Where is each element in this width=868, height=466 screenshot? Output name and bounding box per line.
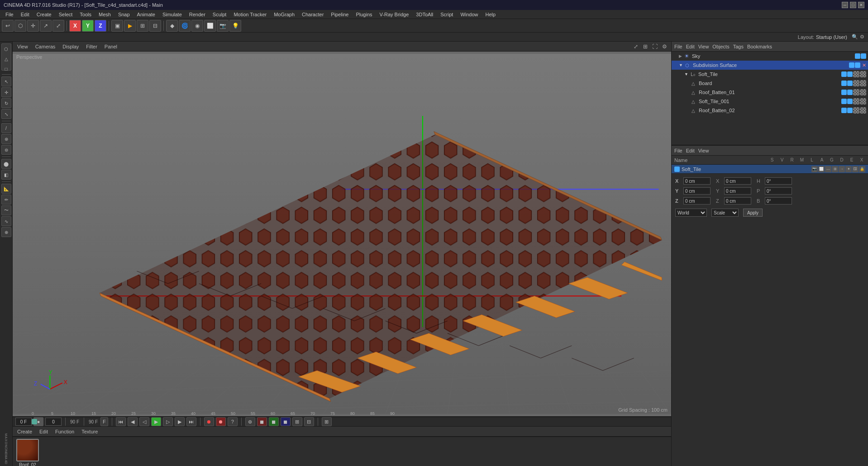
play-forward-button[interactable]: ▷	[163, 417, 173, 426]
coord-y-rot[interactable]	[724, 187, 751, 195]
obj-edit[interactable]: Edit	[686, 44, 695, 49]
step-forward-button[interactable]: ▶	[175, 417, 185, 426]
scene-arrow-subdiv[interactable]: ▼	[679, 63, 683, 67]
light-tool[interactable]: 💡	[229, 20, 241, 32]
menu-character[interactable]: Character	[298, 11, 327, 18]
menu-script[interactable]: Script	[437, 11, 457, 18]
paint-tool[interactable]: ⬤	[1, 159, 11, 169]
timeline-start-marker[interactable]	[32, 419, 37, 424]
spline-tool[interactable]: 🌀	[179, 20, 191, 32]
undo-button[interactable]: ↩	[2, 20, 14, 32]
vp-zoom-icon[interactable]: ⊞	[641, 43, 649, 51]
scale-tool-left[interactable]: ⤡	[1, 109, 11, 119]
attr-file[interactable]: File	[674, 148, 682, 153]
scene-item-soft-tile[interactable]: ▼ L₀ Soft_Tile	[672, 70, 868, 79]
apply-button[interactable]: Apply	[743, 209, 763, 217]
move-tool[interactable]: ↗	[40, 20, 52, 32]
x-axis-button[interactable]: X	[69, 20, 81, 32]
magnet-tool[interactable]: ⊛	[1, 134, 11, 144]
mode-model[interactable]: ⬡	[14, 20, 26, 32]
mat-create[interactable]: Create	[15, 428, 34, 435]
menu-render[interactable]: Render	[186, 11, 209, 18]
nurbs-tool[interactable]: ◉	[191, 20, 203, 32]
y-axis-button[interactable]: Y	[82, 20, 94, 32]
sculpt-tool[interactable]: ⊜	[1, 145, 11, 155]
menu-sculpt[interactable]: Sculpt	[209, 11, 230, 18]
obj-objects[interactable]: Objects	[712, 44, 729, 49]
play-back-button[interactable]: ◁	[139, 417, 149, 426]
move-tool-left[interactable]: ✛	[1, 87, 11, 97]
minimize-button[interactable]: ─	[842, 2, 848, 8]
obj-bookmarks[interactable]: Bookmarks	[747, 44, 772, 49]
vp-settings-icon[interactable]: ⚙	[660, 43, 668, 51]
points-mode[interactable]: ⬡	[1, 44, 11, 54]
coord-system-select[interactable]: World Object Global	[675, 209, 707, 217]
knife-tool[interactable]: /	[1, 123, 11, 133]
menu-mesh[interactable]: Mesh	[95, 11, 114, 18]
pen-tool[interactable]: ✏	[1, 195, 11, 204]
menu-edit[interactable]: Edit	[17, 11, 33, 18]
subdiv-close-icon[interactable]: ✕	[862, 62, 866, 68]
render-active-view[interactable]: ▶	[124, 20, 136, 32]
mat-texture[interactable]: Texture	[80, 428, 100, 435]
menu-plugins[interactable]: Plugins	[352, 11, 376, 18]
scene-item-subdivision[interactable]: ▼ ⬡ Subdivision Surface ✕	[672, 61, 868, 70]
menu-3dtoall[interactable]: 3DToAll	[412, 11, 437, 18]
maximize-button[interactable]: □	[850, 2, 856, 8]
vp-display[interactable]: Display	[61, 43, 81, 50]
curve-tool[interactable]: 〜	[1, 205, 11, 215]
vp-panel[interactable]: Panel	[103, 43, 119, 50]
coord-x-pos[interactable]	[683, 177, 711, 185]
coord-mode-select[interactable]: Scale Size	[711, 209, 739, 217]
play-button[interactable]: ▶	[151, 417, 161, 426]
menu-snap[interactable]: Snap	[114, 11, 134, 18]
scale-tool[interactable]: ⤢	[52, 20, 64, 32]
polygons-mode[interactable]: □	[1, 64, 11, 74]
record-button[interactable]: ⏺	[204, 417, 214, 426]
vp-cameras[interactable]: Cameras	[33, 43, 57, 50]
menu-create[interactable]: Create	[33, 11, 55, 18]
mat-function[interactable]: Function	[53, 428, 76, 435]
coord-p[interactable]	[765, 187, 792, 195]
rotate-tool-left[interactable]: ↻	[1, 98, 11, 108]
attr-view[interactable]: View	[698, 148, 709, 153]
goto-end-button[interactable]: ⏭	[186, 417, 196, 426]
auto-key-button[interactable]: ⏺	[216, 417, 226, 426]
z-axis-button[interactable]: Z	[95, 20, 106, 32]
scene-item-soft-tile-001[interactable]: △ Soft_Tile_001	[672, 97, 868, 106]
menu-tools[interactable]: Tools	[76, 11, 95, 18]
obj-view[interactable]: View	[698, 44, 709, 49]
coord-b[interactable]	[765, 197, 792, 204]
obj-tags[interactable]: Tags	[733, 44, 744, 49]
menu-select[interactable]: Select	[55, 11, 76, 18]
measure-tool[interactable]: 📐	[1, 184, 11, 194]
menu-vray[interactable]: V-Ray Bridge	[376, 11, 413, 18]
material-thumb-roof02[interactable]	[16, 439, 39, 461]
coord-x-rot[interactable]	[724, 177, 751, 185]
polygon-tool[interactable]: ◆	[166, 20, 178, 32]
search-icon[interactable]: 🔍	[852, 34, 858, 40]
keyframe-param-button[interactable]: ⊞	[292, 417, 302, 426]
scene-item-board[interactable]: △ Board	[672, 79, 868, 88]
scene-item-sky[interactable]: ▶ ☀ Sky	[672, 52, 868, 61]
frame-start-input[interactable]	[45, 418, 62, 426]
attr-edit[interactable]: Edit	[686, 148, 695, 153]
spline-pen-tool[interactable]: ∿	[1, 216, 11, 226]
coord-h[interactable]	[765, 177, 792, 185]
material-item-roof02[interactable]: Roof_02	[16, 439, 39, 466]
timeline-options[interactable]: ⊞	[322, 417, 332, 426]
vp-view[interactable]: View	[15, 43, 30, 50]
menu-pipeline[interactable]: Pipeline	[327, 11, 352, 18]
keyframe-all-button[interactable]: ⊛	[245, 417, 255, 426]
coord-z-pos[interactable]	[683, 197, 711, 204]
menu-file[interactable]: File	[2, 11, 17, 18]
menu-animate[interactable]: Animate	[134, 11, 159, 18]
deformer-tool[interactable]: ⬜	[204, 20, 216, 32]
attr-row-soft-tile[interactable]: Soft_Tile 📷 ⬜ — ⊞ → ✦ ⚿ 🔒	[672, 165, 868, 174]
keyframe-point-button[interactable]: ⊟	[304, 417, 314, 426]
coord-z-rot[interactable]	[724, 197, 751, 204]
menu-mograph[interactable]: MoGraph	[270, 11, 298, 18]
search-all-icon[interactable]: ⚙	[860, 34, 864, 40]
goto-start-button[interactable]: ⏮	[116, 417, 126, 426]
obj-file[interactable]: File	[674, 44, 682, 49]
